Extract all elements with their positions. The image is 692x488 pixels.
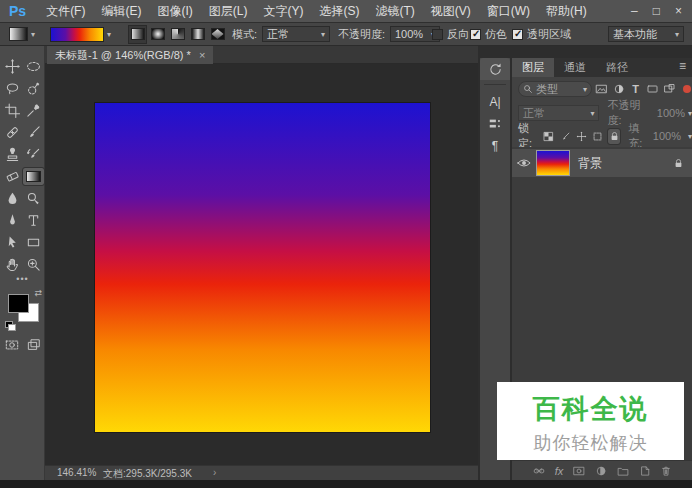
zoom-tool[interactable] [23,256,44,273]
layer-style-fx-icon[interactable]: fx [555,465,564,477]
history-brush-tool[interactable] [23,146,44,163]
diamond-gradient-button[interactable] [208,25,227,44]
menu-item[interactable]: 文件(F) [38,3,93,20]
screen-mode-button[interactable] [27,338,41,352]
quick-mask-button[interactable] [5,338,19,352]
lock-artboard-icon[interactable] [592,129,604,144]
reflected-gradient-button[interactable] [188,25,207,44]
brush-tool[interactable] [23,124,44,141]
close-icon[interactable]: × [675,4,682,18]
document-tab[interactable]: 未标题-1 @ 146%(RGB/8) * × [47,46,213,64]
rectangle-tool[interactable] [23,234,44,251]
paragraph-panel-icon[interactable]: ¶ [480,135,510,157]
workspace-select[interactable]: 基本功能▾ [608,23,684,45]
gradient-image[interactable] [95,103,430,432]
transparency-checkbox[interactable]: 透明区域 [512,23,571,45]
canvas-background[interactable] [45,64,478,465]
dodge-tool[interactable] [23,190,44,207]
menu-item[interactable]: 图层(L) [201,3,256,20]
link-layers-icon[interactable] [532,465,546,477]
visibility-eye-icon[interactable] [512,158,536,168]
hand-tool[interactable] [2,256,23,273]
menu-item[interactable]: 窗口(W) [479,3,538,20]
eyedropper-tool[interactable] [23,102,44,119]
dither-checkbox[interactable]: 仿色 [470,23,507,45]
move-tool[interactable] [2,58,23,75]
document-size-info: 文档:295.3K/295.3K [103,467,192,481]
type-layer-filter-icon[interactable]: T [628,82,643,97]
reverse-checkbox[interactable]: 反向 [432,23,469,45]
menu-item[interactable]: 视图(V) [423,3,479,20]
edit-toolbar-ellipsis[interactable]: ••• [0,274,45,284]
blend-mode-select[interactable]: 正常▾ [262,23,330,45]
default-colors-icon[interactable] [5,321,15,330]
menu-item[interactable]: 选择(S) [311,3,367,20]
panel-menu-icon[interactable]: ≡ [679,58,692,77]
fill-value[interactable]: 100% [653,130,681,142]
tool-preset-picker[interactable]: ▾ [9,23,35,45]
menu-item[interactable]: 帮助(H) [538,3,595,20]
pixel-layer-filter-icon[interactable] [594,82,609,97]
foreground-color-swatch[interactable] [8,294,29,313]
radial-gradient-button[interactable] [148,25,167,44]
marquee-tool[interactable] [23,58,44,75]
gradient-ramp-icon [50,27,104,42]
layer-lock-icon [673,158,692,169]
quick-selection-tool[interactable] [23,80,44,97]
eraser-tool[interactable] [2,168,23,185]
adjustment-layer-filter-icon[interactable] [611,82,626,97]
tab-channels[interactable]: 通道 [554,58,596,77]
lock-pixels-icon[interactable] [559,129,571,144]
watermark-title: 百科全说 [497,391,684,427]
add-mask-icon[interactable] [572,465,586,477]
angle-gradient-button[interactable] [168,25,187,44]
layer-blend-mode-select[interactable]: 正常▾ [518,105,599,121]
delete-layer-icon[interactable] [660,465,672,477]
gradient-tool[interactable] [23,168,44,185]
zoom-level[interactable]: 146.41% [57,467,96,478]
menu-item[interactable]: 编辑(E) [93,3,149,20]
layer-opacity-value[interactable]: 100% [657,107,685,119]
lasso-tool[interactable] [2,80,23,97]
history-panel-icon[interactable] [480,58,510,80]
path-selection-tool[interactable] [2,234,23,251]
crop-tool[interactable] [2,102,23,119]
layer-thumbnail[interactable] [536,150,570,176]
chevron-down-icon: ▾ [321,30,325,39]
menu-item[interactable]: 文字(Y) [255,3,311,20]
gradient-tool-icon [26,171,41,182]
gradient-picker[interactable]: ▾ [50,23,111,45]
new-adjustment-icon[interactable] [595,465,607,477]
blur-tool[interactable] [2,190,23,207]
layer-row-background[interactable]: 背景 [512,149,692,177]
filter-toggle-icon[interactable] [683,85,691,93]
character-panel-icon[interactable]: A| [480,91,510,113]
lock-transparency-icon[interactable] [543,129,555,144]
gradient-type-buttons [128,23,228,45]
swap-colors-icon[interactable]: ⇄ [34,288,42,298]
lock-all-icon[interactable] [608,129,620,144]
color-swatches: ⇄ [8,290,42,326]
menu-item[interactable]: 图像(I) [149,3,200,20]
pen-tool[interactable] [2,212,23,229]
type-tool[interactable] [23,212,44,229]
tab-layers[interactable]: 图层 [512,58,554,77]
new-group-icon[interactable] [616,465,630,477]
tab-close-icon[interactable]: × [199,49,205,61]
smart-object-filter-icon[interactable] [662,82,677,97]
chevron-down-icon: ▾ [107,30,111,39]
chevron-down-icon: ▾ [583,85,587,94]
layer-filter-select[interactable]: 类型 ▾ [518,81,592,97]
menu-item[interactable]: 滤镜(T) [367,3,422,20]
tab-paths[interactable]: 路径 [596,58,638,77]
clone-stamp-tool[interactable] [2,146,23,163]
healing-brush-tool[interactable] [2,124,23,141]
character-styles-panel-icon[interactable] [480,113,510,135]
shape-layer-filter-icon[interactable] [645,82,660,97]
new-layer-icon[interactable] [639,465,651,477]
linear-gradient-button[interactable] [128,25,147,44]
maximize-icon[interactable]: □ [653,4,660,18]
minimize-icon[interactable]: – [631,4,638,18]
status-expand-icon[interactable]: › [213,467,216,478]
lock-position-icon[interactable] [575,129,587,144]
